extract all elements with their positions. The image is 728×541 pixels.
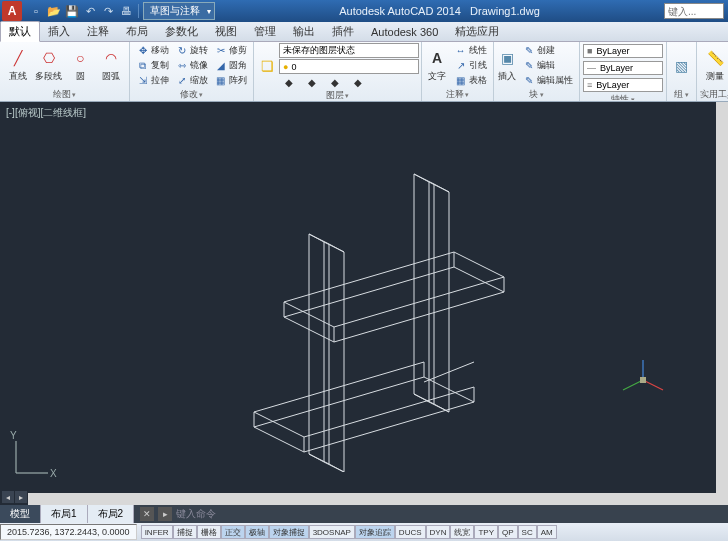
- ribbon-tab[interactable]: 视图: [207, 22, 246, 41]
- ribbon-tab[interactable]: 插入: [40, 22, 79, 41]
- scrollbar-horizontal[interactable]: [28, 493, 728, 505]
- command-hint: 键入命令: [176, 507, 216, 521]
- annot-线性-button[interactable]: ↔线性: [451, 44, 490, 58]
- layout-tab[interactable]: 模型: [0, 505, 41, 523]
- title-bar: A ▫ 📂 💾 ↶ ↷ 🖶 草图与注释 Autodesk AutoCAD 201…: [0, 0, 728, 22]
- ribbon-tab[interactable]: 布局: [118, 22, 157, 41]
- ribbon-tab[interactable]: 精选应用: [447, 22, 508, 41]
- status-toggle-TPY[interactable]: TPY: [474, 525, 498, 539]
- command-prompt-icon[interactable]: ▸: [158, 507, 172, 521]
- viewport-label[interactable]: [-][俯视][二维线框]: [6, 106, 86, 120]
- modify-拉伸-button[interactable]: ⇲拉伸: [133, 74, 172, 88]
- status-toggle-DYN[interactable]: DYN: [426, 525, 451, 539]
- modify-旋转-button[interactable]: ↻旋转: [172, 44, 211, 58]
- status-toggle-线宽[interactable]: 线宽: [450, 525, 474, 539]
- property-dropdown[interactable]: ■ByLayer: [583, 44, 663, 58]
- insert-block-button[interactable]: ▣插入: [497, 44, 517, 88]
- layer-tool-icon[interactable]: ◆: [348, 75, 369, 89]
- ribbon-tab[interactable]: 注释: [79, 22, 118, 41]
- coordinates-readout: 2015.7236, 1372.2443, 0.0000: [0, 524, 137, 540]
- group-button[interactable]: ▧: [670, 44, 693, 88]
- property-dropdown[interactable]: ≡ByLayer: [583, 78, 663, 92]
- status-toggle-极轴[interactable]: 极轴: [245, 525, 269, 539]
- panel-draw: ╱直线⎔多段线○圆◠圆弧 绘图: [0, 42, 130, 101]
- ribbon-tab[interactable]: 参数化: [157, 22, 207, 41]
- open-icon[interactable]: 📂: [46, 3, 62, 19]
- svg-line-15: [334, 277, 504, 327]
- panel-label: 实用工具: [700, 88, 728, 100]
- layer-properties-button[interactable]: ❏: [257, 44, 277, 88]
- status-toggle-3DOSNAP[interactable]: 3DOSNAP: [309, 525, 355, 539]
- modify-圆角-button[interactable]: ◢圆角: [211, 59, 250, 73]
- status-toggle-DUCS[interactable]: DUCS: [395, 525, 426, 539]
- panel-modify: ✥移动↻旋转✂修剪⧉复制⇿镜像◢圆角⇲拉伸⤢缩放▦阵列 修改: [130, 42, 254, 101]
- ribbon-tab[interactable]: Autodesk 360: [363, 24, 447, 40]
- panel-label: 图层: [257, 89, 418, 100]
- ribbon-tab[interactable]: 插件: [324, 22, 363, 41]
- block-编辑-button[interactable]: ✎编辑: [519, 59, 576, 73]
- command-line[interactable]: ✕ ▸ 键入命令: [134, 505, 728, 523]
- save-icon[interactable]: 💾: [64, 3, 80, 19]
- draw-直线-button[interactable]: ╱直线: [3, 44, 32, 88]
- undo-icon[interactable]: ↶: [82, 3, 98, 19]
- layer-tool-icon[interactable]: ◆: [279, 75, 300, 89]
- svg-line-30: [309, 234, 329, 244]
- status-toggle-对象追踪[interactable]: 对象追踪: [355, 525, 395, 539]
- status-toggle-对象捕捉[interactable]: 对象捕捉: [269, 525, 309, 539]
- status-toggle-INFER[interactable]: INFER: [141, 525, 173, 539]
- ribbon-tab[interactable]: 管理: [246, 22, 285, 41]
- layout-tabs: 模型布局1布局2 ✕ ▸ 键入命令: [0, 505, 728, 523]
- window-title: Autodesk AutoCAD 2014 Drawing1.dwg: [215, 5, 664, 17]
- layout-tab[interactable]: 布局1: [41, 505, 88, 523]
- status-toggle-SC[interactable]: SC: [518, 525, 537, 539]
- nav-right-icon[interactable]: ▸: [15, 491, 27, 503]
- svg-line-8: [254, 427, 304, 452]
- draw-圆-button[interactable]: ○圆: [66, 44, 95, 88]
- text-button[interactable]: A文字: [425, 44, 449, 88]
- command-close-icon[interactable]: ✕: [140, 507, 154, 521]
- layer-tool-icon[interactable]: ◆: [302, 75, 323, 89]
- panel-block: ▣插入 ✎创建✎编辑✎编辑属性 块: [494, 42, 580, 101]
- modify-移动-button[interactable]: ✥移动: [133, 44, 172, 58]
- layer-tool-icon[interactable]: ◆: [325, 75, 346, 89]
- status-toggle-捕捉[interactable]: 捕捉: [173, 525, 197, 539]
- modify-阵列-button[interactable]: ▦阵列: [211, 74, 250, 88]
- svg-line-42: [414, 174, 434, 184]
- view-gizmo-icon[interactable]: [618, 355, 668, 405]
- status-toggle-正交[interactable]: 正交: [221, 525, 245, 539]
- svg-line-46: [414, 394, 434, 404]
- ucs-icon: XY: [8, 431, 58, 481]
- layer-state-dropdown[interactable]: 未保存的图层状态: [279, 43, 419, 58]
- annot-表格-button[interactable]: ▦表格: [451, 74, 490, 88]
- ribbon-tab[interactable]: 输出: [285, 22, 324, 41]
- svg-line-47: [434, 404, 449, 412]
- new-icon[interactable]: ▫: [28, 3, 44, 19]
- svg-line-13: [454, 252, 504, 277]
- redo-icon[interactable]: ↷: [100, 3, 116, 19]
- modify-缩放-button[interactable]: ⤢缩放: [172, 74, 211, 88]
- status-toggle-栅格[interactable]: 栅格: [197, 525, 221, 539]
- nav-left-icon[interactable]: ◂: [2, 491, 14, 503]
- block-编辑属性-button[interactable]: ✎编辑属性: [519, 74, 576, 88]
- print-icon[interactable]: 🖶: [118, 3, 134, 19]
- measure-button[interactable]: 📏测量: [700, 44, 728, 88]
- annot-引线-button[interactable]: ↗引线: [451, 59, 490, 73]
- ribbon-tab[interactable]: 默认: [0, 21, 40, 42]
- status-toggle-QP[interactable]: QP: [498, 525, 518, 539]
- property-dropdown[interactable]: —ByLayer: [583, 61, 663, 75]
- workspace-dropdown[interactable]: 草图与注释: [143, 2, 215, 20]
- layout-tab[interactable]: 布局2: [88, 505, 135, 523]
- draw-圆弧-button[interactable]: ◠圆弧: [97, 44, 126, 88]
- modify-复制-button[interactable]: ⧉复制: [133, 59, 172, 73]
- block-创建-button[interactable]: ✎创建: [519, 44, 576, 58]
- draw-多段线-button[interactable]: ⎔多段线: [34, 44, 63, 88]
- layer-current-dropdown[interactable]: ●0: [279, 59, 419, 74]
- svg-line-21: [334, 292, 504, 342]
- drawing-canvas[interactable]: [-][俯视][二维线框]: [0, 102, 728, 505]
- app-menu-button[interactable]: A: [2, 1, 22, 21]
- scrollbar-vertical[interactable]: [716, 102, 728, 493]
- modify-修剪-button[interactable]: ✂修剪: [211, 44, 250, 58]
- help-search-input[interactable]: [664, 3, 724, 19]
- status-toggle-AM[interactable]: AM: [537, 525, 557, 539]
- modify-镜像-button[interactable]: ⇿镜像: [172, 59, 211, 73]
